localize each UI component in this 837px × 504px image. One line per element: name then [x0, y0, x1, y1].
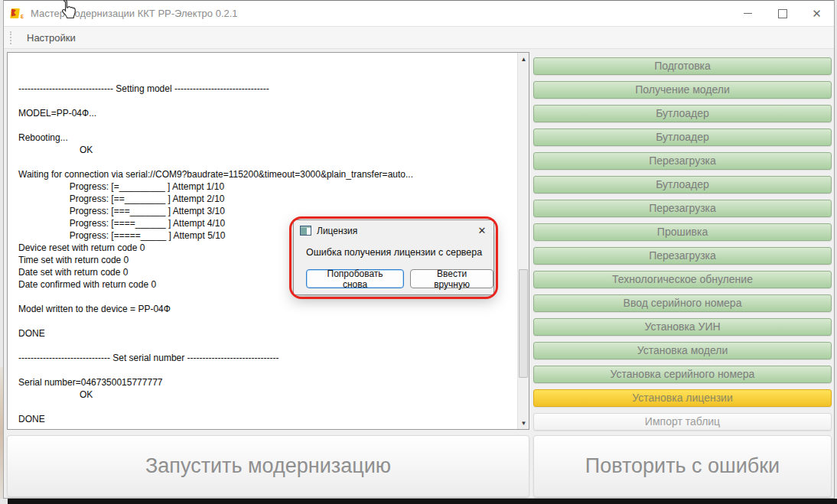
log-line: Serial number=0467350015777777: [18, 376, 516, 389]
dialog-message: Ошибка получения лицензии с сервера: [306, 247, 493, 258]
log-line: ------------------------------- Setting …: [18, 83, 516, 95]
log-line: [18, 425, 516, 430]
step-button[interactable]: Бутлоадер: [533, 176, 832, 193]
close-button[interactable]: ✕: [800, 1, 834, 26]
try-again-button[interactable]: Попробовать снова: [306, 269, 404, 288]
step-button[interactable]: Ввод серийного номера: [533, 294, 832, 312]
start-modernization-button[interactable]: Запустить модернизацию: [7, 435, 529, 497]
retry-from-error-button[interactable]: Повторить с ошибки: [533, 435, 832, 497]
log-line: [18, 401, 516, 413]
step-button[interactable]: Технологическое обнуление: [533, 271, 832, 288]
app-icon: ε: [11, 8, 24, 20]
license-dialog: Лицензия ✕ Ошибка получения лицензии с с…: [293, 219, 494, 295]
step-button[interactable]: Бутлоадер: [533, 128, 832, 146]
step-button[interactable]: Импорт таблиц: [533, 413, 832, 431]
log-scrollbar[interactable]: ▲ ▼: [517, 53, 529, 429]
log-line: [18, 340, 516, 352]
maximize-button[interactable]: [765, 1, 800, 26]
desktop-strip: [8, 499, 837, 504]
menu-bar: Настройки: [4, 26, 834, 49]
enter-manually-button[interactable]: Ввести вручную: [410, 269, 493, 288]
step-button[interactable]: Перезагрузка: [533, 152, 832, 170]
menu-item-settings[interactable]: Настройки: [22, 30, 80, 46]
log-line: DONE: [18, 327, 516, 340]
screen: ε Мастер модернизации ККТ РР-Электро 0.2…: [0, 0, 837, 504]
step-button[interactable]: Подготовка: [533, 57, 832, 75]
log-line: Rebooting...: [18, 132, 516, 144]
log-line: Waiting for connection via serial://COM9…: [18, 168, 516, 180]
step-button[interactable]: Бутлоадер: [533, 105, 832, 122]
title-bar[interactable]: ε Мастер модернизации ККТ РР-Электро 0.2…: [4, 1, 834, 26]
step-button[interactable]: Прошивка: [533, 223, 832, 241]
dialog-title: Лицензия: [317, 226, 357, 236]
log-line: MODEL=РР-04Ф...: [18, 107, 516, 119]
log-line: DONE: [18, 413, 516, 425]
step-button[interactable]: Установка УИН: [533, 318, 832, 336]
log-line: [18, 95, 516, 107]
dialog-buttons: Попробовать снова Ввести вручную: [306, 269, 493, 288]
log-line: [18, 364, 516, 376]
log-line: [18, 119, 516, 132]
log-line: Progress: [===_______ ] Attempt 3/10: [18, 205, 516, 217]
scroll-up-icon[interactable]: ▲: [518, 53, 529, 65]
window-title: Мастер модернизации ККТ РР-Электро 0.2.1: [31, 8, 238, 19]
steps-panel: ПодготовкаПолучение моделиБутлоадерБутло…: [533, 57, 832, 437]
log-line: Model written to the device = РР-04Ф: [18, 303, 516, 315]
window-controls: ✕: [731, 1, 834, 26]
log-line: OK: [18, 144, 516, 156]
dialog-close-icon[interactable]: ✕: [471, 225, 493, 236]
step-button[interactable]: Получение модели: [533, 81, 832, 99]
log-line: [18, 156, 516, 168]
menu-grip-icon: [10, 31, 11, 44]
app-window: ε Мастер модернизации ККТ РР-Электро 0.2…: [3, 0, 835, 499]
scrollbar-thumb[interactable]: [519, 269, 528, 378]
log-line: Progress: [=_________ ] Attempt 1/10: [18, 180, 516, 193]
log-line: ------------------------------ Set seria…: [18, 352, 516, 364]
scroll-down-icon[interactable]: ▼: [518, 417, 529, 429]
step-button[interactable]: Перезагрузка: [533, 247, 832, 265]
window-icon: [300, 226, 311, 236]
step-button[interactable]: Перезагрузка: [533, 200, 832, 217]
log-line: [18, 315, 516, 327]
log-line: Progress: [==________ ] Attempt 2/10: [18, 193, 516, 205]
log-line: OK: [18, 389, 516, 401]
step-button[interactable]: Установка модели: [533, 342, 832, 359]
step-button[interactable]: Установка серийного номера: [533, 366, 832, 383]
dialog-title-bar[interactable]: Лицензия ✕: [294, 220, 493, 241]
step-button[interactable]: Установка лицензии: [533, 389, 832, 407]
minimize-button[interactable]: [731, 1, 765, 26]
